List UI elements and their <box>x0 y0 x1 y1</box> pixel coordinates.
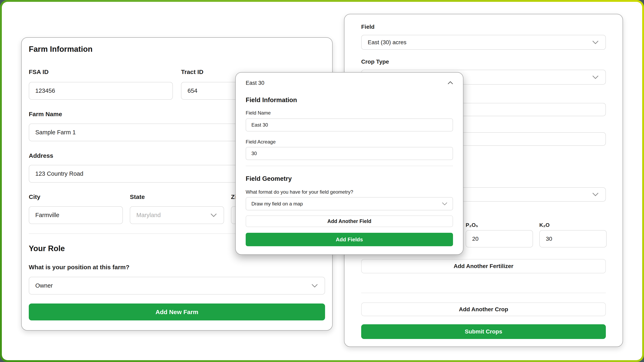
k2o-group: K₂O 30 <box>539 222 607 247</box>
add-fields-button[interactable]: Add Fields <box>246 233 453 246</box>
field-name-label: Field Name <box>246 110 453 116</box>
add-another-crop-button[interactable]: Add Another Crop <box>361 303 606 316</box>
chevron-down-icon <box>592 75 598 79</box>
farm-name-value: Sample Farm 1 <box>35 129 76 136</box>
city-group: City Farmville <box>29 193 123 224</box>
add-another-fertilizer-button[interactable]: Add Another Fertilizer <box>361 259 606 273</box>
field-select-value: East (30) acres <box>368 39 406 46</box>
tract-id-value: 654 <box>188 87 197 94</box>
state-select[interactable]: Maryland <box>130 206 224 224</box>
fsa-id-value: 123456 <box>35 87 55 94</box>
chevron-down-icon <box>210 213 217 217</box>
role-select[interactable]: Owner <box>29 277 325 295</box>
fsa-id-input[interactable]: 123456 <box>29 82 173 100</box>
chevron-down-icon <box>442 202 447 205</box>
p2o5-input[interactable]: 20 <box>466 230 533 247</box>
p2o5-group: P₂O₅ 20 <box>466 222 533 247</box>
chevron-down-icon <box>592 193 598 196</box>
city-input[interactable]: Farmville <box>29 206 123 224</box>
field-acreage-value: 30 <box>252 151 257 156</box>
field-card-header-title: East 30 <box>246 80 264 86</box>
submit-crops-button[interactable]: Submit Crops <box>361 324 606 339</box>
city-value: Farmville <box>35 212 60 218</box>
p2o5-label: P₂O₅ <box>466 222 533 228</box>
fsa-id-label: FSA ID <box>29 68 173 76</box>
state-group: State Maryland <box>130 193 224 224</box>
state-value: Maryland <box>136 212 160 218</box>
geometry-format-select[interactable]: Draw my field on a map <box>246 197 453 210</box>
farm-card-title: Farm Information <box>29 44 325 54</box>
field-geometry-section-title: Field Geometry <box>246 175 453 183</box>
chevron-down-icon <box>592 40 598 44</box>
field-acreage-input[interactable]: 30 <box>246 147 453 160</box>
field-name-value: East 30 <box>252 122 268 128</box>
section-divider <box>361 293 606 293</box>
section-divider <box>246 166 453 166</box>
field-editor-card: East 30 Field Information Field Name Eas… <box>235 72 464 255</box>
add-another-field-button[interactable]: Add Another Field <box>246 215 453 227</box>
chevron-down-icon <box>312 284 318 288</box>
crop-type-label: Crop Type <box>361 58 606 65</box>
field-info-section-title: Field Information <box>246 96 453 104</box>
k2o-input[interactable]: 30 <box>539 230 607 247</box>
k2o-label: K₂O <box>539 222 607 228</box>
field-select-label: Field <box>361 23 606 30</box>
field-card-header[interactable]: East 30 <box>246 80 453 86</box>
p2o5-value: 20 <box>472 236 478 242</box>
k2o-value: 30 <box>546 236 552 242</box>
add-new-farm-button[interactable]: Add New Farm <box>29 304 325 320</box>
geometry-format-value: Draw my field on a map <box>252 201 303 207</box>
role-value: Owner <box>35 282 53 289</box>
geometry-question-label: What format do you have for your field g… <box>246 189 453 195</box>
field-name-input[interactable]: East 30 <box>246 118 453 132</box>
field-select[interactable]: East (30) acres <box>361 35 606 50</box>
field-acreage-label: Field Acreage <box>246 139 453 145</box>
city-label: City <box>29 193 123 200</box>
fsa-id-group: FSA ID 123456 <box>29 68 173 100</box>
state-label: State <box>130 193 224 200</box>
chevron-up-icon[interactable] <box>448 81 453 85</box>
role-question-label: What is your position at this farm? <box>29 264 325 271</box>
address-value: 123 Country Road <box>35 171 83 177</box>
